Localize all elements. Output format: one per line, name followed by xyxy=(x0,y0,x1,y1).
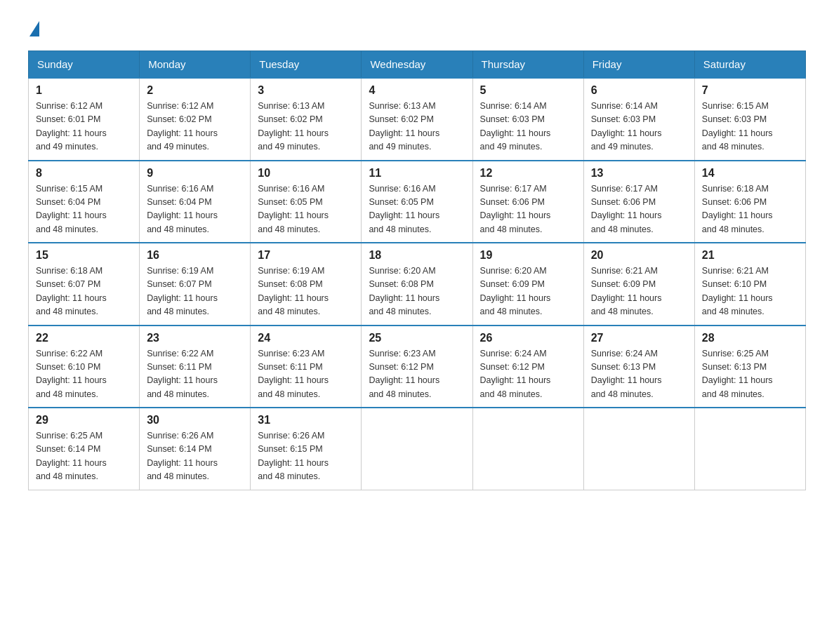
calendar-cell: 28 Sunrise: 6:25 AM Sunset: 6:13 PM Dayl… xyxy=(694,326,805,408)
calendar-header-row: SundayMondayTuesdayWednesdayThursdayFrid… xyxy=(29,51,806,79)
calendar-cell: 31 Sunrise: 6:26 AM Sunset: 6:15 PM Dayl… xyxy=(251,408,362,490)
weekday-header-thursday: Thursday xyxy=(472,51,583,79)
day-info: Sunrise: 6:13 AM Sunset: 6:02 PM Dayligh… xyxy=(369,100,465,154)
calendar-cell: 17 Sunrise: 6:19 AM Sunset: 6:08 PM Dayl… xyxy=(251,243,362,326)
day-number: 5 xyxy=(480,84,576,97)
calendar-cell: 18 Sunrise: 6:20 AM Sunset: 6:08 PM Dayl… xyxy=(362,243,472,326)
calendar-cell: 30 Sunrise: 6:26 AM Sunset: 6:14 PM Dayl… xyxy=(140,408,251,490)
day-number: 7 xyxy=(702,84,798,97)
calendar-week-row-3: 15 Sunrise: 6:18 AM Sunset: 6:07 PM Dayl… xyxy=(29,243,806,326)
day-info: Sunrise: 6:20 AM Sunset: 6:08 PM Dayligh… xyxy=(369,264,465,319)
day-number: 27 xyxy=(591,332,687,344)
calendar-cell: 8 Sunrise: 6:15 AM Sunset: 6:04 PM Dayli… xyxy=(29,161,140,243)
day-info: Sunrise: 6:18 AM Sunset: 6:06 PM Dayligh… xyxy=(702,182,798,237)
day-info: Sunrise: 6:22 AM Sunset: 6:10 PM Dayligh… xyxy=(36,347,132,402)
logo-triangle-icon xyxy=(29,21,39,36)
day-info: Sunrise: 6:16 AM Sunset: 6:05 PM Dayligh… xyxy=(258,182,354,237)
day-info: Sunrise: 6:23 AM Sunset: 6:12 PM Dayligh… xyxy=(369,347,465,402)
weekday-header-saturday: Saturday xyxy=(694,51,805,79)
day-info: Sunrise: 6:16 AM Sunset: 6:05 PM Dayligh… xyxy=(369,182,465,237)
calendar-cell: 2 Sunrise: 6:12 AM Sunset: 6:02 PM Dayli… xyxy=(140,78,251,161)
day-number: 4 xyxy=(369,84,465,97)
day-info: Sunrise: 6:20 AM Sunset: 6:09 PM Dayligh… xyxy=(480,264,576,319)
day-info: Sunrise: 6:17 AM Sunset: 6:06 PM Dayligh… xyxy=(480,182,576,237)
page-header xyxy=(28,21,806,36)
calendar-cell: 20 Sunrise: 6:21 AM Sunset: 6:09 PM Dayl… xyxy=(583,243,694,326)
calendar-cell xyxy=(472,408,583,490)
day-number: 22 xyxy=(36,332,132,344)
calendar-table: SundayMondayTuesdayWednesdayThursdayFrid… xyxy=(28,51,806,490)
day-info: Sunrise: 6:23 AM Sunset: 6:11 PM Dayligh… xyxy=(258,347,354,402)
calendar-cell: 19 Sunrise: 6:20 AM Sunset: 6:09 PM Dayl… xyxy=(472,243,583,326)
calendar-cell: 3 Sunrise: 6:13 AM Sunset: 6:02 PM Dayli… xyxy=(251,78,362,161)
day-number: 30 xyxy=(147,414,243,427)
calendar-cell: 13 Sunrise: 6:17 AM Sunset: 6:06 PM Dayl… xyxy=(583,161,694,243)
day-info: Sunrise: 6:15 AM Sunset: 6:03 PM Dayligh… xyxy=(702,100,798,154)
day-info: Sunrise: 6:26 AM Sunset: 6:14 PM Dayligh… xyxy=(147,429,243,484)
day-number: 12 xyxy=(480,167,576,180)
weekday-header-monday: Monday xyxy=(140,51,251,79)
day-number: 23 xyxy=(147,332,243,344)
day-info: Sunrise: 6:24 AM Sunset: 6:13 PM Dayligh… xyxy=(591,347,687,402)
day-number: 21 xyxy=(702,249,798,262)
day-info: Sunrise: 6:17 AM Sunset: 6:06 PM Dayligh… xyxy=(591,182,687,237)
day-info: Sunrise: 6:24 AM Sunset: 6:12 PM Dayligh… xyxy=(480,347,576,402)
calendar-cell: 6 Sunrise: 6:14 AM Sunset: 6:03 PM Dayli… xyxy=(583,78,694,161)
calendar-week-row-1: 1 Sunrise: 6:12 AM Sunset: 6:01 PM Dayli… xyxy=(29,78,806,161)
calendar-cell xyxy=(694,408,805,490)
day-number: 2 xyxy=(147,84,243,97)
day-info: Sunrise: 6:19 AM Sunset: 6:07 PM Dayligh… xyxy=(147,264,243,319)
calendar-cell xyxy=(583,408,694,490)
day-number: 8 xyxy=(36,167,132,180)
weekday-header-sunday: Sunday xyxy=(29,51,140,79)
day-info: Sunrise: 6:16 AM Sunset: 6:04 PM Dayligh… xyxy=(147,182,243,237)
day-number: 13 xyxy=(591,167,687,180)
day-number: 15 xyxy=(36,249,132,262)
weekday-header-tuesday: Tuesday xyxy=(251,51,362,79)
calendar-cell: 1 Sunrise: 6:12 AM Sunset: 6:01 PM Dayli… xyxy=(29,78,140,161)
calendar-cell: 9 Sunrise: 6:16 AM Sunset: 6:04 PM Dayli… xyxy=(140,161,251,243)
day-info: Sunrise: 6:18 AM Sunset: 6:07 PM Dayligh… xyxy=(36,264,132,319)
day-number: 16 xyxy=(147,249,243,262)
calendar-week-row-5: 29 Sunrise: 6:25 AM Sunset: 6:14 PM Dayl… xyxy=(29,408,806,490)
calendar-cell: 15 Sunrise: 6:18 AM Sunset: 6:07 PM Dayl… xyxy=(29,243,140,326)
calendar-cell: 29 Sunrise: 6:25 AM Sunset: 6:14 PM Dayl… xyxy=(29,408,140,490)
day-number: 26 xyxy=(480,332,576,344)
day-info: Sunrise: 6:12 AM Sunset: 6:02 PM Dayligh… xyxy=(147,100,243,154)
logo xyxy=(28,21,41,36)
calendar-cell: 21 Sunrise: 6:21 AM Sunset: 6:10 PM Dayl… xyxy=(694,243,805,326)
day-info: Sunrise: 6:25 AM Sunset: 6:14 PM Dayligh… xyxy=(36,429,132,484)
day-number: 11 xyxy=(369,167,465,180)
day-info: Sunrise: 6:21 AM Sunset: 6:10 PM Dayligh… xyxy=(702,264,798,319)
calendar-cell: 23 Sunrise: 6:22 AM Sunset: 6:11 PM Dayl… xyxy=(140,326,251,408)
weekday-header-wednesday: Wednesday xyxy=(362,51,472,79)
calendar-cell: 24 Sunrise: 6:23 AM Sunset: 6:11 PM Dayl… xyxy=(251,326,362,408)
calendar-cell: 4 Sunrise: 6:13 AM Sunset: 6:02 PM Dayli… xyxy=(362,78,472,161)
day-info: Sunrise: 6:15 AM Sunset: 6:04 PM Dayligh… xyxy=(36,182,132,237)
day-number: 25 xyxy=(369,332,465,344)
day-number: 1 xyxy=(36,84,132,97)
day-info: Sunrise: 6:13 AM Sunset: 6:02 PM Dayligh… xyxy=(258,100,354,154)
calendar-week-row-2: 8 Sunrise: 6:15 AM Sunset: 6:04 PM Dayli… xyxy=(29,161,806,243)
calendar-cell: 22 Sunrise: 6:22 AM Sunset: 6:10 PM Dayl… xyxy=(29,326,140,408)
day-number: 19 xyxy=(480,249,576,262)
day-info: Sunrise: 6:22 AM Sunset: 6:11 PM Dayligh… xyxy=(147,347,243,402)
calendar-cell: 25 Sunrise: 6:23 AM Sunset: 6:12 PM Dayl… xyxy=(362,326,472,408)
day-number: 10 xyxy=(258,167,354,180)
weekday-header-friday: Friday xyxy=(583,51,694,79)
day-info: Sunrise: 6:25 AM Sunset: 6:13 PM Dayligh… xyxy=(702,347,798,402)
day-number: 14 xyxy=(702,167,798,180)
day-info: Sunrise: 6:26 AM Sunset: 6:15 PM Dayligh… xyxy=(258,429,354,484)
calendar-cell xyxy=(362,408,472,490)
day-number: 20 xyxy=(591,249,687,262)
day-number: 9 xyxy=(147,167,243,180)
day-info: Sunrise: 6:14 AM Sunset: 6:03 PM Dayligh… xyxy=(591,100,687,154)
day-info: Sunrise: 6:21 AM Sunset: 6:09 PM Dayligh… xyxy=(591,264,687,319)
calendar-cell: 5 Sunrise: 6:14 AM Sunset: 6:03 PM Dayli… xyxy=(472,78,583,161)
calendar-cell: 27 Sunrise: 6:24 AM Sunset: 6:13 PM Dayl… xyxy=(583,326,694,408)
calendar-cell: 11 Sunrise: 6:16 AM Sunset: 6:05 PM Dayl… xyxy=(362,161,472,243)
calendar-cell: 12 Sunrise: 6:17 AM Sunset: 6:06 PM Dayl… xyxy=(472,161,583,243)
day-number: 28 xyxy=(702,332,798,344)
day-number: 6 xyxy=(591,84,687,97)
calendar-cell: 10 Sunrise: 6:16 AM Sunset: 6:05 PM Dayl… xyxy=(251,161,362,243)
